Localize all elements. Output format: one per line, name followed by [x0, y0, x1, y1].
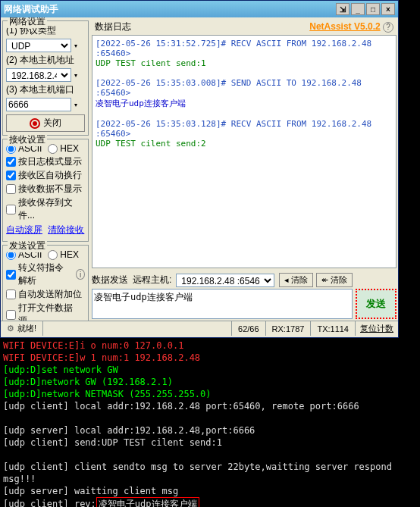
terminal-line: [udp client] send:UDP TEST cilent send:1: [3, 437, 417, 449]
log-line: UDP TEST cilent send:2: [96, 139, 393, 149]
host-label: (2) 本地主机地址: [6, 54, 85, 67]
left-sidebar: 网络设置 (1) 协议类型 UDP ▾ (2) 本地主机地址 192.168.2…: [1, 17, 90, 321]
terminal-line: [udp:D]network NETMASK (255.255.255.0): [3, 388, 417, 400]
auto-scroll-link[interactable]: 自动滚屏: [6, 224, 42, 236]
minimize-button[interactable]: _: [351, 3, 365, 15]
recv-autowrap-check[interactable]: [6, 171, 16, 180]
recv-hide-check[interactable]: [6, 184, 16, 194]
send-settings-group: 发送设置 ASCII HEX 转义符指令解析 i 自动发送附加位 打开文件数据源…: [2, 245, 89, 321]
send-settings-legend: 发送设置: [8, 239, 47, 252]
app-window: 网络调试助手 ⇲ _ □ × 网络设置 (1) 协议类型 UDP ▾ (2) 本…: [0, 0, 399, 338]
port-label: (3) 本地主机端口: [6, 83, 85, 96]
record-icon: [30, 118, 40, 129]
terminal-line: [udp client] rev:凌智电子udp连接客户端: [3, 497, 417, 507]
titlebar: 网络调试助手 ⇲ _ □ ×: [1, 1, 398, 17]
clear-send-button[interactable]: ◂ 清除: [279, 273, 313, 287]
host-caret-icon[interactable]: ▾: [73, 72, 79, 79]
clear-log-button[interactable]: ↞ 清除: [316, 273, 353, 287]
app-title: 网络调试助手: [4, 3, 58, 16]
terminal-line: [udp client] local addr:192.168.2.48 por…: [3, 400, 417, 412]
recv-settings-group: 接收设置 ASCII HEX 按日志模式显示 接收区自动换行 接收数据不显示 接…: [2, 139, 89, 242]
brand-help-icon[interactable]: ?: [383, 22, 393, 33]
brand-link[interactable]: NetAssist V5.0.2: [309, 21, 380, 32]
open-file-source-check[interactable]: [6, 310, 16, 320]
protocol-caret-icon[interactable]: ▾: [73, 42, 79, 49]
close-button[interactable]: ×: [381, 3, 395, 15]
recv-log-mode-check[interactable]: [6, 157, 16, 167]
log-line: 凌智电子udp连接客户端: [96, 98, 393, 109]
escape-parse-check[interactable]: [6, 270, 16, 280]
terminal-output: WIFI DEVICE:E]i o num:0 127.0.0.1WIFI DE…: [0, 338, 420, 507]
clear-recv-link[interactable]: 清除接收: [48, 224, 84, 236]
log-line: [96, 109, 393, 119]
terminal-line: [udp server] waitting client msg: [3, 485, 417, 497]
port-caret-icon[interactable]: ▾: [73, 102, 79, 108]
terminal-line: [udp:D]network GW (192.168.2.1): [3, 376, 417, 388]
status-rx: RX:1787: [266, 321, 312, 336]
network-settings-legend: 网络设置: [8, 17, 47, 28]
send-textarea[interactable]: [92, 289, 353, 319]
log-line: [2022-05-26 15:35:03.128]# RECV ASCII FR…: [96, 119, 393, 139]
terminal-line: WIFI DEVICE:E]i o num:0 127.0.0.1: [3, 340, 417, 352]
recv-save-file-check[interactable]: [6, 205, 16, 214]
status-tx: TX:1114: [311, 321, 356, 336]
reset-counter-link[interactable]: 复位计数: [356, 323, 398, 334]
log-line: UDP TEST cilent send:1: [96, 58, 393, 68]
close-connection-button[interactable]: 关闭: [6, 114, 85, 132]
recv-settings-legend: 接收设置: [8, 133, 47, 146]
maximize-button[interactable]: □: [366, 3, 380, 15]
protocol-select[interactable]: UDP: [6, 39, 71, 52]
data-log-label: 数据日志: [95, 20, 131, 33]
log-line: [2022-05-26 15:31:52.725]# RECV ASCII FR…: [96, 39, 393, 58]
status-bytes: 62/66: [232, 321, 266, 336]
terminal-line: [3, 412, 417, 424]
port-input[interactable]: [6, 98, 71, 111]
network-settings-group: 网络设置 (1) 协议类型 UDP ▾ (2) 本地主机地址 192.168.2…: [2, 20, 89, 136]
remote-host-label: 远程主机:: [133, 274, 171, 286]
auto-append-check[interactable]: [6, 289, 16, 299]
send-button[interactable]: 发送: [356, 289, 396, 319]
terminal-line: [udp server] local addr:192.168.2.48,por…: [3, 424, 417, 437]
terminal-line: [udp:D]set network GW: [3, 364, 417, 376]
highlighted-recv-box: 凌智电子udp连接客户端: [96, 497, 199, 507]
right-pane: 数据日志 NetAssist V5.0.2 ? [2022-05-26 15:3…: [90, 17, 398, 321]
log-textarea[interactable]: [2022-05-26 15:31:52.725]# RECV ASCII FR…: [92, 35, 396, 268]
recv-hex-radio[interactable]: [48, 144, 58, 154]
log-line: [96, 68, 393, 78]
host-select[interactable]: 192.168.2.49: [6, 68, 71, 82]
terminal-line: [udp client] client sendto msg to server…: [3, 461, 417, 485]
send-hex-radio[interactable]: [48, 250, 58, 260]
remote-host-select[interactable]: 192.168.2.48 :65460: [176, 274, 274, 287]
data-send-label: 数据发送: [92, 274, 128, 286]
terminal-line: [3, 449, 417, 461]
pin-button[interactable]: ⇲: [336, 3, 349, 15]
help-icon[interactable]: i: [76, 269, 85, 280]
gear-icon: ⚙: [7, 324, 14, 333]
status-ready: 就绪!: [17, 323, 36, 334]
terminal-line: WIFI DEVICE:E]w 1 num:1 192.168.2.48: [3, 352, 417, 364]
log-line: [2022-05-26 15:35:03.008]# SEND ASCII TO…: [96, 78, 393, 98]
statusbar: ⚙就绪! 62/66 RX:1787 TX:1114 复位计数: [1, 321, 398, 336]
